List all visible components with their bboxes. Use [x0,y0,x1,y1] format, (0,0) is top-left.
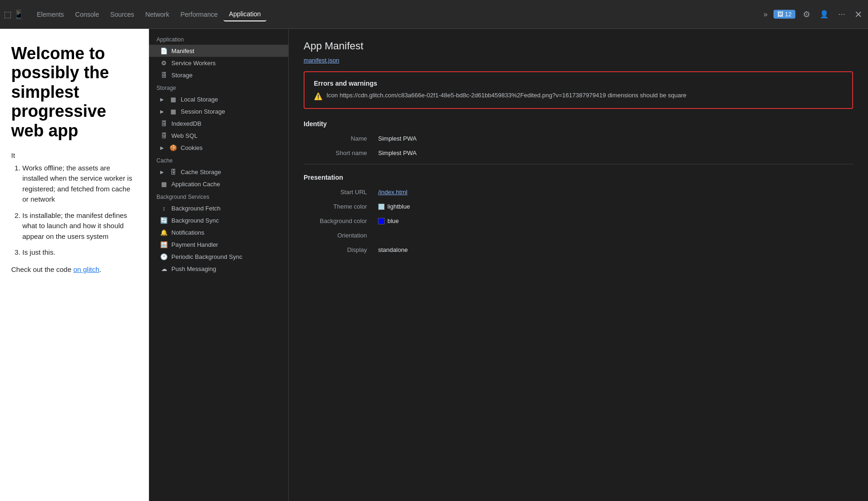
sidebar-item-cookies[interactable]: ▶ 🍪 Cookies [149,142,288,154]
payment-handler-icon: 🪟 [160,241,168,248]
sidebar-item-websql[interactable]: 🗄 Web SQL [149,129,288,142]
sidebar-item-label: Cookies [181,144,203,151]
start-url-link[interactable]: /index.html [378,189,407,196]
short-name-row: Short name Simplest PWA [304,149,853,156]
background-section-header: Background Services [149,190,288,202]
tab-application[interactable]: Application [224,7,267,21]
sidebar-item-label: Session Storage [181,108,225,115]
local-storage-icon: ▦ [170,95,177,103]
sidebar-item-application-cache[interactable]: ▦ Application Cache [149,178,288,190]
sidebar-item-label: Payment Handler [171,241,218,248]
theme-color-value: lightblue [378,203,410,210]
sidebar-item-indexeddb[interactable]: 🗄 IndexedDB [149,117,288,129]
short-name-value: Simplest PWA [378,149,417,156]
profile-button[interactable]: 👤 [818,8,831,20]
application-section-header: Application [149,33,288,45]
bg-color-row: Background color blue [304,217,853,224]
sidebar-item-notifications[interactable]: 🔔 Notifications [149,226,288,238]
errors-title: Errors and warnings [314,80,843,87]
devtools-sidebar: Application 📄 Manifest ⚙ Service Workers… [149,29,289,501]
theme-color-text: lightblue [387,203,410,210]
bg-color-label: Background color [304,217,378,224]
webpage-heading: Welcome to possibly the simplest progres… [11,44,137,140]
sidebar-item-background-sync[interactable]: 🔄 Background Sync [149,214,288,226]
sidebar-item-local-storage[interactable]: ▶ ▦ Local Storage [149,93,288,105]
webpage-preview: Welcome to possibly the simplest progres… [0,29,149,501]
frames-icon: 🖼 [777,11,783,18]
more-tabs-button[interactable]: » [764,10,768,19]
devtools-topbar: ⬚ 📱 Elements Console Sources Network Per… [0,0,868,29]
tab-network[interactable]: Network [140,8,175,21]
error-text: Icon https://cdn.glitch.com/c83a666e-02f… [326,92,686,99]
theme-color-row: Theme color lightblue [304,203,853,210]
tab-sources[interactable]: Sources [105,8,140,21]
devtools-icon-buttons: ⬚ 📱 [4,9,24,20]
bg-color-text: blue [387,217,399,224]
sidebar-item-label: Periodic Background Sync [171,253,242,260]
more-options-button[interactable]: ··· [836,7,847,21]
webpage-list: Works offline; the assets are installed … [22,163,137,258]
sidebar-item-service-workers[interactable]: ⚙ Service Workers [149,57,288,69]
main-area: Welcome to possibly the simplest progres… [0,29,868,501]
settings-button[interactable]: ⚙ [801,7,812,21]
devtools-content-panel: App Manifest manifest.json Errors and wa… [289,29,868,501]
orientation-label: Orientation [304,232,378,239]
theme-color-label: Theme color [304,203,378,210]
arrow-icon: ▶ [160,109,165,114]
tab-elements[interactable]: Elements [31,8,69,21]
webpage-intro: It [11,151,137,159]
glitch-link[interactable]: on glitch [73,265,99,273]
push-messaging-icon: ☁ [160,265,168,272]
cursor-icon[interactable]: ⬚ [4,9,12,20]
device-icon[interactable]: 📱 [14,9,24,20]
indexeddb-icon: 🗄 [160,120,168,127]
session-storage-icon: ▦ [170,108,177,115]
periodic-sync-icon: 🕐 [160,253,168,260]
sidebar-item-label: Background Sync [171,217,219,224]
sidebar-item-cache-storage[interactable]: ▶ 🗄 Cache Storage [149,166,288,178]
sidebar-item-label: Application Cache [171,181,220,188]
sidebar-item-background-fetch[interactable]: ↕ Background Fetch [149,202,288,214]
sidebar-item-label: Service Workers [171,60,216,67]
identity-section: Identity Name Simplest PWA Short name Si… [304,120,853,156]
sidebar-item-label: IndexedDB [171,120,201,127]
sidebar-item-label: Cache Storage [181,169,221,176]
name-label: Name [304,135,378,142]
frames-badge[interactable]: 🖼 12 [773,10,795,19]
sidebar-item-periodic-background-sync[interactable]: 🕐 Periodic Background Sync [149,250,288,263]
cookies-icon: 🍪 [170,144,177,151]
panel-title: App Manifest [304,40,853,52]
sidebar-item-push-messaging[interactable]: ☁ Push Messaging [149,263,288,275]
presentation-title: Presentation [304,174,853,181]
theme-color-swatch[interactable] [378,203,385,210]
errors-box: Errors and warnings ⚠️ Icon https://cdn.… [304,71,853,109]
bg-color-value: blue [378,217,399,224]
display-row: Display standalone [304,246,853,253]
sidebar-item-session-storage[interactable]: ▶ ▦ Session Storage [149,105,288,117]
display-value: standalone [378,246,408,253]
close-button[interactable]: ✕ [853,7,864,22]
manifest-link[interactable]: manifest.json [304,57,339,64]
tab-console[interactable]: Console [69,8,104,21]
sidebar-item-label: Storage [171,72,193,79]
bg-color-swatch[interactable] [378,218,385,224]
webpage-footer: Check out the code on glitch. [11,265,137,273]
list-item: Works offline; the assets are installed … [22,163,137,205]
manifest-panel: App Manifest manifest.json Errors and wa… [289,29,868,272]
list-item: Is just this. [22,247,137,258]
cache-storage-icon: 🗄 [170,168,177,176]
sidebar-item-label: Web SQL [171,132,197,139]
tab-performance[interactable]: Performance [175,8,223,21]
start-url-value: /index.html [378,189,407,196]
background-fetch-icon: ↕ [160,204,168,212]
app-cache-icon: ▦ [160,180,168,188]
name-value: Simplest PWA [378,135,417,142]
topbar-controls: » 🖼 12 ⚙ 👤 ··· ✕ [764,7,864,22]
sidebar-item-storage-app[interactable]: 🗄 Storage [149,69,288,81]
list-item: Is installable; the manifest defines wha… [22,210,137,242]
sidebar-item-manifest[interactable]: 📄 Manifest [149,45,288,57]
sidebar-item-payment-handler[interactable]: 🪟 Payment Handler [149,238,288,250]
background-sync-icon: 🔄 [160,217,168,224]
start-url-label: Start URL [304,189,378,196]
presentation-section: Presentation Start URL /index.html Theme… [304,174,853,253]
